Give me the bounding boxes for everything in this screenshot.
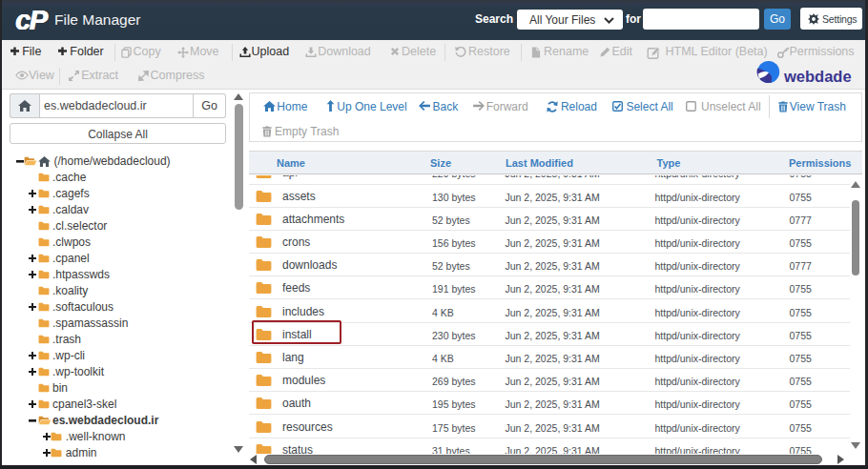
svg-text:webdade: webdade [783, 68, 852, 85]
